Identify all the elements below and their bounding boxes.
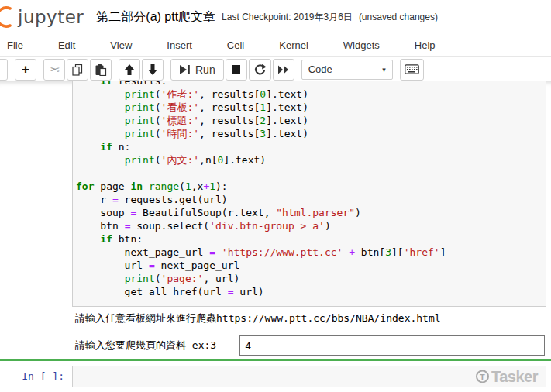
selected-cell-border <box>0 359 551 361</box>
code-line: btn = soup.select('div.btn-group > a') <box>76 219 542 232</box>
chevron-down-icon: ▾ <box>382 66 386 74</box>
code-line <box>76 167 542 180</box>
stdin-input[interactable] <box>239 335 545 356</box>
arrow-down-icon <box>147 64 158 76</box>
notebook-area: if results: print('作者:', results[0].text… <box>0 81 551 392</box>
code-line: r = requests.get(url) <box>76 193 542 206</box>
jupyter-logo[interactable]: jupyter <box>0 0 84 34</box>
jupyter-logo-icon <box>0 5 16 29</box>
command-palette-button[interactable] <box>400 59 424 81</box>
code-cell[interactable]: if results: print('作者:', results[0].text… <box>72 81 546 307</box>
menu-item-file[interactable]: File <box>0 35 34 56</box>
code-line: print('page:', url) <box>76 272 542 285</box>
code-line: print('時間:', results[3].text) <box>76 127 542 140</box>
fast-forward-icon <box>277 64 289 76</box>
copy-icon <box>71 64 84 76</box>
autosave-status: (unsaved changes) <box>359 12 438 22</box>
cut-cell-button[interactable]: ✂ <box>43 59 65 81</box>
code-line: print('內文:',n[0].text) <box>76 153 542 167</box>
paste-icon <box>95 64 107 76</box>
code-line: if n: <box>76 140 542 153</box>
plus-icon: + <box>22 63 29 76</box>
code-line: if btn: <box>76 232 542 246</box>
menu-item-kernel[interactable]: Kernel <box>272 35 319 56</box>
stdin-row: 請輸入您要爬幾頁的資料 ex:3 <box>75 335 546 356</box>
paste-cell-button[interactable] <box>90 59 112 81</box>
tasker-watermark: T Tasker <box>476 368 538 386</box>
arrow-up-icon <box>124 64 135 76</box>
cell-type-value: Code <box>308 64 332 75</box>
code-line: print('作者:', results[0].text) <box>76 88 542 101</box>
code-line: print('標題:', results[2].text) <box>76 114 542 127</box>
jupyter-logo-text: jupyter <box>18 7 84 27</box>
restart-kernel-button[interactable] <box>249 59 271 81</box>
code-line: soup = BeautifulSoup(r.text, "html.parse… <box>76 206 542 219</box>
save-button[interactable] <box>0 59 8 81</box>
code-editor[interactable]: if results: print('作者:', results[0].text… <box>73 81 546 298</box>
toolbar: + ✂ <box>0 57 551 81</box>
output-text: 請輸入任意看板網址來進行爬蟲https://www.ptt.cc/bbs/NBA… <box>75 311 546 325</box>
cell-prompt: In [ ]: <box>0 366 72 382</box>
menu-item-view[interactable]: View <box>103 35 143 56</box>
run-label: Run <box>195 64 215 76</box>
move-cell-down-button[interactable] <box>142 59 164 81</box>
code-line: url = next_page_url <box>76 259 542 272</box>
keyboard-icon <box>405 64 419 74</box>
tasker-logo-icon: T <box>476 370 489 383</box>
header: jupyter 第二部分(a) ptt爬文章 Last Checkpoint: … <box>0 0 551 34</box>
restart-icon <box>253 64 267 76</box>
run-icon <box>179 64 191 76</box>
menu-item-widgets[interactable]: Widgets <box>336 35 391 56</box>
stop-icon <box>230 64 242 75</box>
code-line: next_page_url = 'https://www.ptt.cc' + b… <box>76 246 542 259</box>
checkpoint-text: Last Checkpoint: 2019年3月6日 <box>222 11 353 24</box>
empty-cell[interactable]: In [ ]: T Tasker <box>0 366 551 387</box>
copy-cell-button[interactable] <box>67 59 88 81</box>
cut-icon: ✂ <box>50 63 60 77</box>
run-cell-button[interactable]: Run <box>170 59 224 81</box>
move-cell-up-button[interactable] <box>119 59 140 81</box>
menu-item-help[interactable]: Help <box>408 35 446 56</box>
empty-code-editor[interactable]: T Tasker <box>72 366 546 387</box>
menu-item-edit[interactable]: Edit <box>51 35 86 56</box>
stop-button[interactable] <box>226 59 247 81</box>
code-line: if results: <box>76 81 542 88</box>
menu-item-insert[interactable]: Insert <box>160 35 203 56</box>
menu-item-cell[interactable]: Cell <box>220 35 255 56</box>
restart-run-all-button[interactable] <box>273 59 294 81</box>
jupyter-app: jupyter 第二部分(a) ptt爬文章 Last Checkpoint: … <box>0 0 551 392</box>
tasker-watermark-text: Tasker <box>491 368 538 386</box>
menu-bar: FileEditViewInsertCellKernelWidgetsHelp <box>0 34 551 57</box>
code-line: get_all_href(url = url) <box>76 285 542 298</box>
notebook-title[interactable]: 第二部分(a) ptt爬文章 <box>96 9 215 26</box>
add-cell-button[interactable]: + <box>15 59 36 81</box>
code-line: print('看板:', results[1].text) <box>76 101 542 114</box>
stdin-prompt-label: 請輸入您要爬幾頁的資料 ex:3 <box>75 339 216 352</box>
cell-type-dropdown[interactable]: Code ▾ <box>301 60 393 80</box>
code-line: for page in range(1,x+1): <box>76 180 542 193</box>
